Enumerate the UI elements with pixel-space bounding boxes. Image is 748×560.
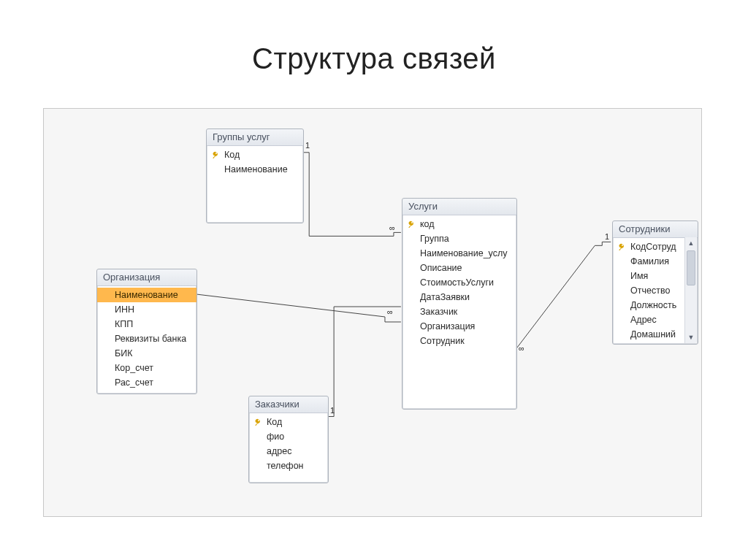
scrollbar[interactable]: ▲ ▼ <box>684 237 697 343</box>
field-row[interactable]: телефон <box>249 459 328 473</box>
table-employees[interactable]: Сотрудники КодСотруд Фамилия Имя Отчеств… <box>612 220 698 345</box>
field-row[interactable]: КПП <box>97 317 196 331</box>
field-row[interactable]: Заказчик <box>402 304 516 319</box>
field-row[interactable]: Имя <box>613 269 686 283</box>
field-name: СтоимостьУслуги <box>417 276 494 289</box>
field-row[interactable]: фио <box>249 429 328 444</box>
field-row[interactable]: Код <box>249 415 328 429</box>
field-name: Сотрудник <box>417 334 465 348</box>
field-row[interactable]: код <box>402 217 516 231</box>
field-name: Домашний <box>627 328 676 341</box>
field-name: ДатаЗаявки <box>417 291 470 304</box>
field-row[interactable]: Кор_счет <box>97 361 196 375</box>
cardinality-many: ∞ <box>387 307 393 316</box>
table-services[interactable]: Услуги код Группа Наименование_услу Опис… <box>402 198 517 410</box>
field-name: адрес <box>264 445 291 458</box>
cardinality-one: 1 <box>330 406 335 415</box>
field-row[interactable]: СтоимостьУслуги <box>402 275 516 290</box>
field-name: Организация <box>417 320 475 333</box>
field-row[interactable]: Рас_счет <box>97 375 196 390</box>
field-name: Имя <box>627 269 648 283</box>
field-name: фио <box>264 430 284 443</box>
cardinality-one: 1 <box>305 141 310 150</box>
field-name: Код <box>264 415 282 429</box>
key-icon <box>405 220 417 229</box>
key-icon <box>252 418 264 426</box>
table-customers[interactable]: Заказчики Код фио адрес телефон <box>248 396 329 483</box>
field-row[interactable]: Домашний <box>613 327 686 342</box>
table-body: Наименование ИНН КПП Реквизиты банка БИК… <box>97 286 196 391</box>
field-name: Реквизиты банка <box>112 332 186 345</box>
field-name: КПП <box>112 318 133 331</box>
table-body: Код Наименование <box>207 146 303 178</box>
field-row[interactable]: Описание <box>402 261 516 275</box>
field-row[interactable]: Код <box>207 147 303 162</box>
field-row[interactable]: Организация <box>402 319 516 334</box>
field-row[interactable]: Группа <box>402 231 516 246</box>
table-groups[interactable]: Группы услуг Код Наименование <box>206 129 304 223</box>
field-row[interactable]: Наименование <box>207 162 303 177</box>
scroll-down-icon[interactable]: ▼ <box>685 331 697 343</box>
field-name: Заказчик <box>417 305 457 318</box>
field-row[interactable]: ИНН <box>97 302 196 317</box>
table-header: Организация <box>97 269 196 286</box>
field-row[interactable]: Отчество <box>613 283 686 298</box>
table-header: Группы услуг <box>207 129 303 146</box>
field-row[interactable]: Фамилия <box>613 254 686 269</box>
field-name: КодСотруд <box>627 240 676 253</box>
field-name: Отчество <box>627 284 670 297</box>
field-row[interactable]: адрес <box>249 444 328 459</box>
cardinality-many: ∞ <box>519 344 524 353</box>
table-header: Заказчики <box>249 396 328 413</box>
field-name: Должность <box>627 299 676 312</box>
field-name: Рас_счет <box>112 376 153 389</box>
page-title: Структура связей <box>0 0 748 75</box>
field-name: БИК <box>112 347 132 360</box>
field-name: Адрес <box>627 313 657 326</box>
field-row-selected[interactable]: Наименование <box>97 288 196 302</box>
field-name: Описание <box>417 261 462 275</box>
field-row[interactable]: БИК <box>97 346 196 361</box>
table-body: Код фио адрес телефон <box>249 413 328 475</box>
field-row[interactable]: Наименование_услу <box>402 246 516 261</box>
field-name: Группа <box>417 232 449 245</box>
table-org[interactable]: Организация Наименование ИНН КПП Реквизи… <box>96 269 197 394</box>
scroll-thumb[interactable] <box>687 250 695 285</box>
field-name: телефон <box>264 459 304 472</box>
cardinality-many: ∞ <box>389 223 395 232</box>
field-row[interactable]: Реквизиты банка <box>97 331 196 346</box>
field-name: Код <box>221 148 240 161</box>
table-body: код Группа Наименование_услу Описание Ст… <box>402 215 516 350</box>
field-row[interactable]: КодСотруд <box>613 239 686 254</box>
field-name: Наименование <box>112 288 178 302</box>
field-name: Наименование <box>221 163 288 176</box>
field-row[interactable]: Сотрудник <box>402 334 516 348</box>
cardinality-one: 1 <box>605 232 609 241</box>
key-icon <box>210 151 221 159</box>
key-icon <box>616 243 627 251</box>
field-name: ИНН <box>112 303 134 316</box>
relationships-canvas: 1 ∞ ∞ 1 ∞ 1 Группы услуг Код Наименовани… <box>43 108 702 517</box>
scroll-up-icon[interactable]: ▲ <box>685 237 697 249</box>
slide: Структура связей 1 ∞ ∞ 1 ∞ 1 Группы услу… <box>0 0 748 560</box>
field-row[interactable]: Должность <box>613 298 686 312</box>
table-header: Услуги <box>402 199 516 215</box>
field-name: Кор_счет <box>112 361 153 375</box>
field-name: код <box>417 218 435 231</box>
field-name: Наименование_услу <box>417 247 508 260</box>
field-row[interactable]: Адрес <box>613 312 686 327</box>
field-name: Фамилия <box>627 255 669 268</box>
field-row[interactable]: ДатаЗаявки <box>402 290 516 304</box>
table-header: Сотрудники <box>613 221 698 238</box>
